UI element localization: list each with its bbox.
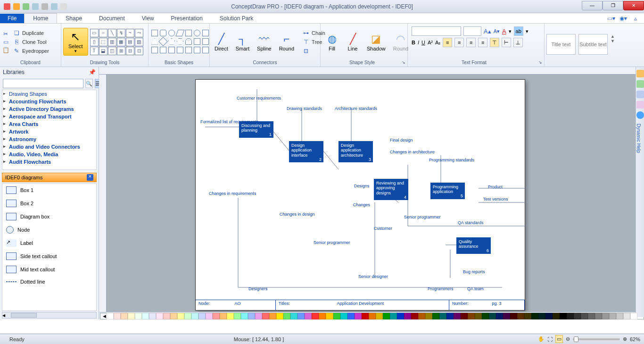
shape[interactable] [160, 30, 166, 36]
palette-swatch[interactable] [418, 313, 425, 319]
file-menu[interactable]: File [0, 14, 24, 23]
tool[interactable]: T [90, 47, 99, 55]
palette-swatch[interactable] [170, 313, 177, 319]
valign-top-icon[interactable]: ⊤ [490, 38, 499, 47]
subtitle-style[interactable]: Subtitle text [578, 34, 608, 55]
palette-swatch[interactable] [220, 313, 227, 319]
superscript-button[interactable]: A² [428, 40, 433, 45]
lib-item[interactable]: Aerospace and Transport [2, 113, 96, 120]
font-size-picker[interactable] [463, 26, 481, 36]
close-lib-icon[interactable]: ✕ [87, 174, 93, 181]
palette-swatch[interactable] [347, 313, 355, 319]
copy-icon[interactable]: ▭ [2, 38, 9, 46]
round-button[interactable]: ◠Round [390, 31, 411, 53]
qat-icon[interactable] [51, 3, 58, 10]
palette-swatch[interactable] [227, 313, 234, 319]
shape[interactable] [202, 38, 209, 45]
shape[interactable] [151, 30, 158, 36]
palette-swatch[interactable] [135, 313, 142, 319]
subscript-button[interactable]: A₂ [435, 40, 440, 46]
tool[interactable]: ▯ [90, 38, 99, 46]
palette-swatch[interactable] [489, 313, 496, 319]
highlight-icon[interactable]: ab [514, 26, 523, 36]
palette-swatch[interactable] [269, 313, 276, 319]
cut-icon[interactable]: ✂ [2, 30, 9, 38]
palette-swatch[interactable] [510, 313, 517, 319]
hand-icon[interactable]: ✋ [538, 336, 545, 342]
underline-button[interactable]: U [421, 40, 425, 45]
palette-swatch[interactable] [177, 313, 184, 319]
shape-item[interactable]: Dotted line [2, 276, 96, 287]
library-list[interactable]: Drawing Shapes Accounting Flowcharts Act… [2, 90, 97, 170]
palette-swatch[interactable] [369, 313, 376, 319]
palette-swatch[interactable] [326, 313, 333, 319]
palette-swatch[interactable] [397, 313, 404, 319]
tool[interactable]: ⬚ [99, 38, 107, 46]
shape[interactable] [168, 30, 175, 36]
tool[interactable]: ⬓ [99, 47, 107, 55]
grow-font-icon[interactable]: A▴ [484, 28, 491, 35]
sidepanel-icon[interactable] [636, 80, 644, 88]
paste-icon[interactable]: 📋 [2, 46, 9, 54]
palette-swatch[interactable] [383, 313, 390, 319]
palette-swatch[interactable] [567, 313, 574, 319]
active-library-header[interactable]: IDEF0 diagrams✕ [2, 173, 97, 182]
shape-item[interactable]: Box 2 [2, 197, 96, 210]
qat-icon[interactable] [23, 3, 29, 10]
palette-swatch[interactable] [340, 313, 347, 319]
diagram-page[interactable]: Discussing and planning1 Design applicat… [195, 79, 525, 310]
zoom-out-icon[interactable]: ⊖ [566, 336, 570, 342]
palette-swatch[interactable] [142, 313, 149, 319]
palette-swatch[interactable] [616, 313, 623, 319]
shape-item[interactable]: Mid text callout [2, 263, 96, 276]
palette-swatch[interactable] [461, 313, 468, 319]
palette-swatch[interactable] [355, 313, 362, 319]
lib-item[interactable]: Audit Flowcharts [2, 158, 96, 166]
palette-swatch[interactable] [425, 313, 432, 319]
bold-button[interactable]: B [412, 40, 415, 45]
palette-swatch[interactable] [538, 313, 545, 319]
italic-button[interactable]: I [418, 40, 419, 45]
idef-box-3[interactable]: Design application architecture3 [339, 141, 373, 162]
palette-swatch[interactable] [198, 313, 206, 319]
qat-icon[interactable] [4, 3, 10, 10]
shape[interactable] [177, 47, 183, 53]
shape[interactable] [151, 47, 158, 53]
tool[interactable]: ▧ [135, 38, 143, 46]
palette-swatch[interactable] [163, 313, 170, 319]
minimize-button[interactable]: — [582, 1, 603, 10]
close-button[interactable]: ✕ [623, 1, 644, 10]
shadow-button[interactable]: ◪Shadow [364, 31, 388, 53]
search-icon[interactable]: 🔍 [85, 79, 93, 88]
palette-swatch[interactable] [206, 313, 213, 319]
tool[interactable]: ╲ [108, 29, 116, 37]
title-style[interactable]: Title text [546, 34, 576, 55]
zoom-region-icon[interactable]: ⛶ [547, 336, 553, 342]
lib-item[interactable]: Artwork [2, 128, 96, 135]
palette-swatch[interactable] [333, 313, 340, 319]
font-color-icon[interactable]: A [502, 28, 506, 35]
tab-presentation[interactable]: Presentation [163, 14, 211, 23]
dynamic-help-label[interactable]: Dynamic Help [636, 124, 641, 153]
shape-item[interactable]: ↗Label [2, 236, 96, 250]
clone-button[interactable]: ⎘Clone Tool [11, 38, 50, 46]
palette-swatch[interactable] [517, 313, 524, 319]
shape[interactable] [202, 30, 209, 36]
palette-swatch[interactable] [404, 313, 411, 319]
tool[interactable]: ⊟ [126, 47, 134, 55]
lib-item[interactable]: Astronomy [2, 135, 96, 143]
zoom-value[interactable]: 62% [630, 336, 640, 342]
connector-direct[interactable]: ╱Direct [212, 31, 231, 53]
sidepanel-icon[interactable] [636, 101, 644, 109]
palette-swatch[interactable] [255, 313, 262, 319]
help-icon[interactable]: ◉▾ [619, 15, 627, 22]
valign-mid-icon[interactable]: ⊢ [502, 38, 511, 47]
palette-swatch[interactable] [121, 313, 128, 319]
shape[interactable] [185, 30, 192, 36]
palette-swatch[interactable] [630, 313, 637, 319]
eyedropper-button[interactable]: ✎Eyedropper [11, 47, 50, 55]
palette-swatch[interactable] [156, 313, 163, 319]
shape[interactable] [175, 30, 184, 36]
align-justify-icon[interactable]: ≡ [478, 38, 487, 47]
tab-solutionpark[interactable]: Solution Park [211, 14, 262, 23]
